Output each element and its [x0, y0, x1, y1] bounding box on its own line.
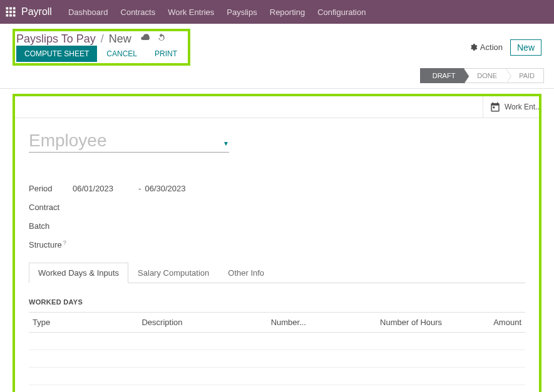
worked-days-heading: WORKED DAYS	[29, 298, 525, 306]
nav-reporting[interactable]: Reporting	[264, 8, 311, 17]
right-actions: Action New	[469, 39, 541, 56]
table-row[interactable]	[29, 333, 525, 350]
work-entries-smart-button[interactable]: Work Ent...	[483, 96, 539, 118]
app-brand[interactable]: Payroll	[21, 6, 52, 18]
breadcrumb: Payslips To Pay / New	[16, 33, 185, 46]
dropdown-caret-icon[interactable]: ▼	[223, 140, 229, 151]
gear-icon	[469, 43, 478, 51]
structure-label: Structure?	[29, 239, 79, 249]
svg-rect-8	[13, 14, 16, 17]
action-menu-button[interactable]: Action	[469, 43, 503, 52]
breadcrumb-separator: /	[101, 33, 104, 46]
nav-dashboard[interactable]: Dashboard	[62, 8, 115, 17]
period-label: Period	[29, 184, 73, 193]
table-row[interactable]	[29, 350, 525, 368]
contract-label: Contract	[29, 203, 73, 212]
control-panel: Payslips To Pay / New COMPUTE SHEET CANC…	[0, 24, 554, 68]
employee-field[interactable]: Employee ▼	[29, 131, 229, 153]
worked-days-table: Type Description Number... Number of Hou…	[29, 312, 525, 385]
cloud-save-icon[interactable]	[140, 33, 150, 46]
period-to-input[interactable]: 06/30/2023	[145, 184, 185, 193]
col-description[interactable]: Description	[138, 313, 267, 333]
breadcrumb-parent[interactable]: Payslips To Pay	[16, 33, 96, 46]
status-step-paid[interactable]: PAID	[506, 68, 544, 83]
breadcrumb-current: New	[109, 33, 131, 46]
svg-rect-0	[6, 8, 9, 10]
form-tabs: Worked Days & Inputs Salary Computation …	[29, 263, 525, 283]
svg-rect-3	[6, 11, 9, 13]
work-entries-smart-label: Work Ent...	[505, 103, 539, 111]
help-icon[interactable]: ?	[63, 239, 66, 246]
action-menu-label: Action	[480, 43, 503, 52]
tab-salary-computation[interactable]: Salary Computation	[128, 263, 218, 283]
col-number-days[interactable]: Number...	[267, 313, 347, 333]
table-row[interactable]	[29, 368, 525, 385]
new-button[interactable]: New	[510, 39, 541, 56]
col-number-hours[interactable]: Number of Hours	[347, 313, 446, 333]
status-step-done[interactable]: DONE	[464, 68, 506, 83]
nav-contracts[interactable]: Contracts	[115, 8, 162, 17]
nav-payslips[interactable]: Payslips	[220, 8, 263, 17]
discard-undo-icon[interactable]	[156, 33, 167, 46]
period-separator: -	[138, 184, 141, 193]
svg-rect-7	[9, 14, 12, 17]
svg-rect-4	[9, 11, 12, 13]
nav-work-entries[interactable]: Work Entries	[162, 8, 220, 17]
svg-rect-2	[13, 8, 16, 10]
period-from-input[interactable]: 06/01/2023	[73, 184, 113, 193]
svg-rect-1	[9, 8, 12, 10]
status-step-draft[interactable]: DRAFT	[420, 68, 465, 83]
compute-sheet-button[interactable]: COMPUTE SHEET	[16, 46, 97, 62]
apps-icon[interactable]	[5, 6, 16, 18]
header-highlight: Payslips To Pay / New COMPUTE SHEET CANC…	[13, 29, 190, 66]
svg-rect-5	[13, 11, 16, 13]
tab-worked-days[interactable]: Worked Days & Inputs	[29, 263, 128, 283]
smart-button-box: Work Ent...	[15, 96, 539, 118]
action-button-row: COMPUTE SHEET CANCEL PRINT	[16, 46, 185, 62]
top-navbar: Payroll Dashboard Contracts Work Entries…	[0, 0, 554, 24]
batch-label: Batch	[29, 221, 73, 231]
col-type[interactable]: Type	[29, 313, 138, 333]
employee-placeholder: Employee	[29, 131, 223, 151]
status-bar: DRAFT DONE PAID	[0, 68, 554, 89]
col-amount[interactable]: Amount	[446, 313, 525, 333]
nav-configuration[interactable]: Configuration	[311, 8, 372, 17]
form-sheet: Work Ent... Employee ▼ Period 06/01/2023…	[13, 94, 541, 392]
svg-rect-6	[6, 14, 9, 17]
cancel-button[interactable]: CANCEL	[98, 46, 145, 62]
calendar-icon	[490, 101, 501, 113]
tab-other-info[interactable]: Other Info	[218, 263, 274, 283]
print-button[interactable]: PRINT	[146, 46, 185, 62]
